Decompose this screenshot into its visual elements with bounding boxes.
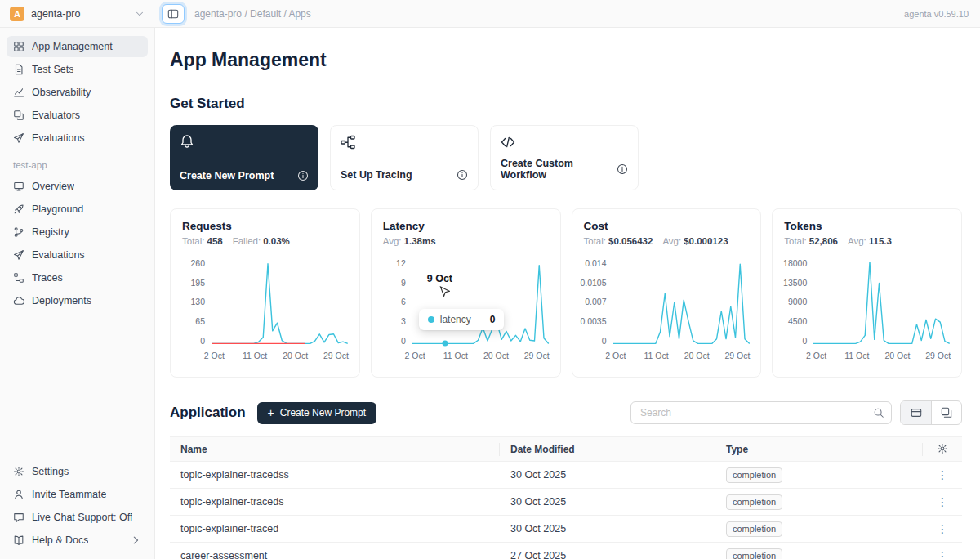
info-icon[interactable] xyxy=(297,170,309,181)
type-badge: completion xyxy=(726,467,782,483)
y-tick-label: 0 xyxy=(200,337,205,346)
app-name: topic-explainer-traced xyxy=(170,523,500,534)
x-tick-label: 29 Oct xyxy=(524,351,550,360)
create-new-prompt-button[interactable]: + Create New Prompt xyxy=(257,402,377,424)
card-view-button[interactable] xyxy=(931,401,961,424)
sidebar-item-overview[interactable]: Overview xyxy=(7,176,148,197)
stat-avg: Avg:115.3 xyxy=(848,236,892,246)
table-settings-icon[interactable] xyxy=(923,443,962,456)
sidebar-item-evaluators[interactable]: Evaluators xyxy=(7,105,148,126)
x-tick-label: 11 Oct xyxy=(443,351,468,360)
x-tick-label: 20 Oct xyxy=(283,351,308,360)
sidebar-app-group: OverviewPlaygroundRegistryEvaluationsTra… xyxy=(7,176,148,313)
sidebar-item-label: Evaluators xyxy=(32,110,80,121)
y-axis-labels: 1800013500900045000 xyxy=(784,259,813,345)
sidebar-item-playground[interactable]: Playground xyxy=(7,199,148,220)
type-cell: completion xyxy=(715,521,923,537)
sidebar-item-test-sets[interactable]: Test Sets xyxy=(7,59,148,80)
x-axis-labels: 2 Oct11 Oct20 Oct29 Oct xyxy=(813,351,950,362)
sidebar-item-evaluations[interactable]: Evaluations xyxy=(7,127,148,149)
sidebar-item-label: Settings xyxy=(32,466,69,477)
table-row[interactable]: career-assessment27 Oct 2025completion⋮ xyxy=(170,543,962,559)
sidebar-item-app-management[interactable]: App Management xyxy=(7,36,148,57)
stat-total: Total:$0.056432 xyxy=(584,236,653,246)
y-tick-label: 130 xyxy=(190,297,205,306)
type-badge: completion xyxy=(726,521,782,537)
requests-chart[interactable] xyxy=(212,259,348,345)
chevron-down-icon xyxy=(134,8,145,20)
search-icon[interactable] xyxy=(866,402,891,423)
book-icon xyxy=(13,534,24,546)
create-button-label: Create New Prompt xyxy=(280,407,366,418)
table-row[interactable]: topic-explainer-tracedss30 Oct 2025compl… xyxy=(170,462,962,489)
row-menu-button[interactable]: ⋮ xyxy=(932,495,953,508)
row-menu-button[interactable]: ⋮ xyxy=(932,468,953,481)
sidebar-footer-group: SettingsInvite TeammateLive Chat Support… xyxy=(7,461,148,552)
create-new-prompt-card[interactable]: Create New Prompt xyxy=(170,125,318,190)
row-menu-button[interactable]: ⋮ xyxy=(932,522,953,535)
branch-icon xyxy=(13,226,24,238)
table-row[interactable]: topic-explainer-traceds30 Oct 2025comple… xyxy=(170,489,962,516)
y-axis-labels: 0.0140.01050.0070.00350 xyxy=(584,259,613,345)
sidebar-item-observability[interactable]: Observability xyxy=(7,82,148,103)
date-modified: 30 Oct 2025 xyxy=(500,496,715,508)
search-input[interactable] xyxy=(631,407,866,418)
x-tick-label: 29 Oct xyxy=(925,351,951,360)
type-badge: completion xyxy=(726,548,782,559)
stat-avg: Avg:1.38ms xyxy=(383,236,436,246)
sidebar-item-traces[interactable]: Traces xyxy=(7,267,148,288)
y-tick-label: 0 xyxy=(602,337,607,346)
y-tick-label: 9 xyxy=(401,279,406,288)
metric-stats: Total:52,806Avg:115.3 xyxy=(784,236,950,246)
x-tick-label: 11 Oct xyxy=(844,351,869,360)
info-icon[interactable] xyxy=(617,163,628,175)
sidebar-item-label: Traces xyxy=(32,272,63,284)
table-view-button[interactable] xyxy=(901,401,931,424)
card-label: Create Custom Workflow xyxy=(501,158,617,181)
column-header-type[interactable]: Type xyxy=(715,443,923,456)
x-tick-label: 2 Oct xyxy=(204,351,225,360)
hover-marker-dot xyxy=(443,341,448,347)
sidebar-item-registry[interactable]: Registry xyxy=(7,221,148,243)
file-icon xyxy=(13,64,24,75)
date-modified: 27 Oct 2025 xyxy=(500,550,715,559)
y-tick-label: 9000 xyxy=(788,297,807,306)
top-bar: A agenta-pro agenta-pro / Default / Apps… xyxy=(0,0,980,28)
x-tick-label: 11 Oct xyxy=(243,351,267,360)
x-tick-label: 2 Oct xyxy=(605,351,626,360)
y-tick-label: 3 xyxy=(401,317,406,326)
date-modified: 30 Oct 2025 xyxy=(500,469,715,481)
info-icon[interactable] xyxy=(457,169,468,181)
cost-chart[interactable] xyxy=(613,259,750,345)
table-row[interactable]: topic-explainer-traced30 Oct 2025complet… xyxy=(170,516,962,543)
latency-chart[interactable] xyxy=(412,259,549,345)
set-up-tracing-card[interactable]: Set Up Tracing xyxy=(330,125,479,190)
create-custom-workflow-card[interactable]: Create Custom Workflow xyxy=(490,125,639,190)
app-name: topic-explainer-tracedss xyxy=(170,469,500,481)
sidebar-item-live-chat-support-off[interactable]: Live Chat Support: Off xyxy=(7,507,148,528)
tokens-chart[interactable] xyxy=(813,259,950,345)
grid-icon xyxy=(13,41,24,52)
metric-stats: Total:$0.056432Avg:$0.000123 xyxy=(584,236,750,246)
x-axis-labels: 2 Oct11 Oct20 Oct29 Oct xyxy=(212,351,348,362)
breadcrumb[interactable]: agenta-pro / Default / Apps xyxy=(194,8,311,20)
y-tick-label: 65 xyxy=(195,317,205,326)
column-header-date-modified[interactable]: Date Modified xyxy=(500,443,715,456)
metric-title: Latency xyxy=(383,220,549,232)
sidebar-item-label: Evaluations xyxy=(32,249,85,261)
date-modified: 30 Oct 2025 xyxy=(500,523,715,534)
tree-icon xyxy=(13,272,24,284)
workspace-selector[interactable]: A agenta-pro xyxy=(0,7,155,21)
column-header-name[interactable]: Name xyxy=(170,443,500,456)
sidebar-item-evaluations[interactable]: Evaluations xyxy=(7,244,148,266)
sidebar-item-deployments[interactable]: Deployments xyxy=(7,290,148,311)
sidebar-item-invite-teammate[interactable]: Invite Teammate xyxy=(7,484,148,505)
sidebar-item-label: Registry xyxy=(32,226,69,238)
sidebar-item-settings[interactable]: Settings xyxy=(7,461,148,482)
row-menu-button[interactable]: ⋮ xyxy=(932,549,953,559)
app-name: career-assessment xyxy=(170,550,500,559)
series-line-latency xyxy=(412,266,549,344)
sidebar-toggle-button[interactable] xyxy=(162,4,185,24)
sidebar-item-help-docs[interactable]: Help & Docs xyxy=(7,530,148,551)
x-tick-label: 20 Oct xyxy=(884,351,910,360)
